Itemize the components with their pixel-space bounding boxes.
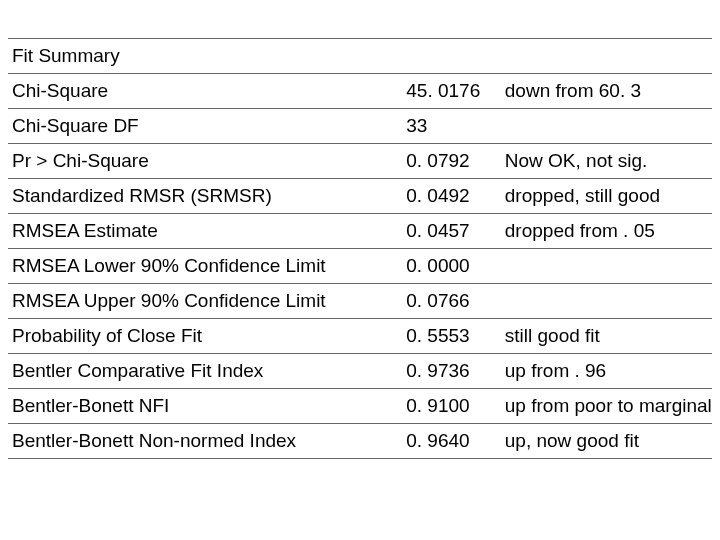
value-cell: 0. 0457 xyxy=(402,214,501,249)
fit-summary-table: Fit Summary Chi-Square 45. 0176 down fro… xyxy=(8,38,712,459)
value-cell: 0. 0766 xyxy=(402,284,501,319)
value-cell: 0. 0000 xyxy=(402,249,501,284)
table-row: Chi-Square DF 33 xyxy=(8,109,712,144)
measure-cell: RMSEA Upper 90% Confidence Limit xyxy=(8,284,402,319)
value-cell: 45. 0176 xyxy=(402,74,501,109)
measure-cell: Bentler-Bonett Non-normed Index xyxy=(8,424,402,459)
table-row: Bentler-Bonett NFI 0. 9100 up from poor … xyxy=(8,389,712,424)
page-container: Fit Summary Chi-Square 45. 0176 down fro… xyxy=(0,0,720,459)
table-row: Chi-Square 45. 0176 down from 60. 3 xyxy=(8,74,712,109)
comment-cell: up, now good fit xyxy=(501,424,712,459)
comment-cell: up from . 96 xyxy=(501,354,712,389)
measure-cell: Bentler Comparative Fit Index xyxy=(8,354,402,389)
table-row: Probability of Close Fit 0. 5553 still g… xyxy=(8,319,712,354)
comment-cell: down from 60. 3 xyxy=(501,74,712,109)
value-cell: 33 xyxy=(402,109,501,144)
value-cell: 0. 0792 xyxy=(402,144,501,179)
table-row: Standardized RMSR (SRMSR) 0. 0492 droppe… xyxy=(8,179,712,214)
measure-cell: Standardized RMSR (SRMSR) xyxy=(8,179,402,214)
measure-cell: Probability of Close Fit xyxy=(8,319,402,354)
measure-cell: RMSEA Lower 90% Confidence Limit xyxy=(8,249,402,284)
table-title: Fit Summary xyxy=(8,39,712,74)
comment-cell xyxy=(501,284,712,319)
table-row: RMSEA Estimate 0. 0457 dropped from . 05 xyxy=(8,214,712,249)
value-cell: 0. 0492 xyxy=(402,179,501,214)
measure-cell: Chi-Square xyxy=(8,74,402,109)
comment-cell: dropped from . 05 xyxy=(501,214,712,249)
comment-cell: Now OK, not sig. xyxy=(501,144,712,179)
table-row: Bentler-Bonett Non-normed Index 0. 9640 … xyxy=(8,424,712,459)
measure-cell: RMSEA Estimate xyxy=(8,214,402,249)
table-header-row: Fit Summary xyxy=(8,39,712,74)
comment-cell: dropped, still good xyxy=(501,179,712,214)
comment-cell: still good fit xyxy=(501,319,712,354)
value-cell: 0. 9736 xyxy=(402,354,501,389)
measure-cell: Bentler-Bonett NFI xyxy=(8,389,402,424)
value-cell: 0. 5553 xyxy=(402,319,501,354)
table-row: RMSEA Upper 90% Confidence Limit 0. 0766 xyxy=(8,284,712,319)
value-cell: 0. 9100 xyxy=(402,389,501,424)
comment-cell xyxy=(501,249,712,284)
value-cell: 0. 9640 xyxy=(402,424,501,459)
measure-cell: Pr > Chi-Square xyxy=(8,144,402,179)
table-row: Bentler Comparative Fit Index 0. 9736 up… xyxy=(8,354,712,389)
comment-cell: up from poor to marginal xyxy=(501,389,712,424)
measure-cell: Chi-Square DF xyxy=(8,109,402,144)
table-row: RMSEA Lower 90% Confidence Limit 0. 0000 xyxy=(8,249,712,284)
comment-cell xyxy=(501,109,712,144)
table-row: Pr > Chi-Square 0. 0792 Now OK, not sig. xyxy=(8,144,712,179)
